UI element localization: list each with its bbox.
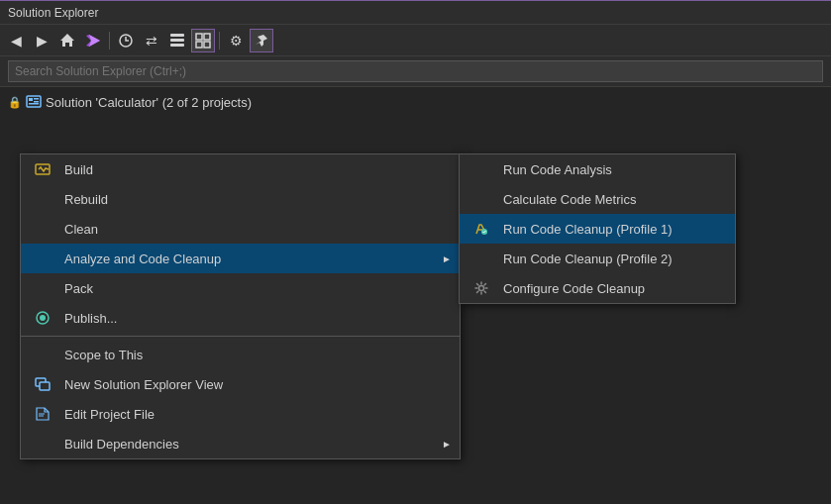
svg-rect-3	[170, 44, 184, 47]
svg-rect-2	[170, 39, 184, 42]
toolbar: ◀ ▶ ⇄	[0, 25, 831, 56]
menu-item-publish[interactable]: Publish...	[21, 303, 460, 333]
sep-1	[21, 336, 460, 337]
cleanup-1-label: Run Code Cleanup (Profile 1)	[503, 222, 673, 237]
svg-rect-12	[29, 103, 39, 105]
menu-item-analyze[interactable]: Analyze and Code Cleanup ►	[21, 244, 460, 273]
collapse-button[interactable]	[165, 29, 189, 52]
svg-rect-7	[204, 42, 210, 48]
search-bar	[0, 56, 831, 87]
new-explorer-icon	[33, 374, 52, 394]
submenu-item-configure[interactable]: Configure Code Cleanup	[460, 273, 735, 303]
new-explorer-label: New Solution Explorer View	[64, 377, 223, 392]
submenu-item-cleanup-1[interactable]: Run Code Cleanup (Profile 1)	[460, 214, 735, 244]
menu-item-clean[interactable]: Clean	[21, 214, 460, 244]
submenu: Run Code Analysis Calculate Code Metrics…	[459, 153, 736, 304]
sync-button[interactable]: ⇄	[140, 29, 163, 52]
home-button[interactable]	[55, 29, 79, 52]
solution-label: Solution 'Calculator' (2 of 2 projects)	[46, 95, 252, 110]
title-bar: Solution Explorer	[0, 1, 831, 25]
build-icon	[33, 159, 52, 179]
edit-project-icon	[33, 404, 52, 424]
context-menu: Build Rebuild Clean Analyze and Code Cle…	[20, 153, 461, 459]
pin-button[interactable]	[250, 29, 273, 52]
svg-rect-5	[204, 34, 210, 40]
menu-item-new-explorer[interactable]: New Solution Explorer View	[21, 369, 460, 399]
svg-rect-11	[34, 101, 39, 103]
scope-label: Scope to This	[64, 348, 143, 362]
rebuild-label: Rebuild	[64, 192, 108, 207]
pack-label: Pack	[64, 281, 93, 296]
search-input[interactable]	[8, 60, 823, 82]
submenu-item-run-analysis[interactable]: Run Code Analysis	[460, 154, 735, 184]
solution-item[interactable]: 🔒 Solution 'Calculator' (2 of 2 projects…	[0, 91, 831, 113]
build-deps-label: Build Dependencies	[64, 437, 179, 452]
publish-icon	[33, 308, 52, 328]
submenu-item-cleanup-2[interactable]: Run Code Cleanup (Profile 2)	[460, 244, 735, 273]
build-deps-arrow: ►	[442, 439, 452, 450]
svg-rect-4	[196, 34, 202, 40]
run-analysis-label: Run Code Analysis	[503, 162, 612, 177]
panel-title: Solution Explorer	[8, 6, 98, 20]
cleanup-1-icon	[471, 219, 491, 239]
svg-rect-1	[170, 34, 184, 37]
toolbar-sep-2	[219, 32, 220, 50]
history-button[interactable]	[114, 29, 138, 52]
svg-rect-9	[29, 98, 33, 101]
svg-rect-6	[196, 42, 202, 48]
toolbar-sep-1	[109, 32, 110, 50]
view-toggle-button[interactable]	[191, 29, 215, 52]
configure-icon	[471, 278, 491, 298]
clean-label: Clean	[64, 222, 98, 237]
build-label: Build	[64, 162, 93, 177]
svg-rect-10	[34, 98, 39, 100]
analyze-submenu-arrow: ►	[442, 253, 452, 264]
menu-item-scope[interactable]: Scope to This	[21, 340, 460, 369]
publish-label: Publish...	[64, 311, 117, 326]
configure-label: Configure Code Cleanup	[503, 281, 645, 296]
settings-button[interactable]: ⚙	[224, 29, 248, 52]
submenu-item-calc-metrics[interactable]: Calculate Code Metrics	[460, 184, 735, 214]
menu-item-pack[interactable]: Pack	[21, 273, 460, 303]
menu-item-edit-project[interactable]: Edit Project File	[21, 399, 460, 429]
cleanup-2-label: Run Code Cleanup (Profile 2)	[503, 252, 673, 266]
vs-logo-button[interactable]	[81, 29, 105, 52]
edit-project-label: Edit Project File	[64, 407, 155, 422]
svg-point-19	[479, 286, 484, 291]
svg-point-15	[40, 315, 46, 321]
menu-item-build[interactable]: Build	[21, 154, 460, 184]
calc-metrics-label: Calculate Code Metrics	[503, 192, 636, 207]
svg-rect-17	[40, 382, 50, 390]
menu-item-rebuild[interactable]: Rebuild	[21, 184, 460, 214]
forward-button[interactable]: ▶	[30, 29, 53, 52]
analyze-label: Analyze and Code Cleanup	[64, 252, 221, 266]
lock-icon: 🔒	[8, 96, 22, 109]
menu-item-build-deps[interactable]: Build Dependencies ►	[21, 429, 460, 458]
solution-icon	[26, 94, 42, 110]
back-button[interactable]: ◀	[4, 29, 28, 52]
